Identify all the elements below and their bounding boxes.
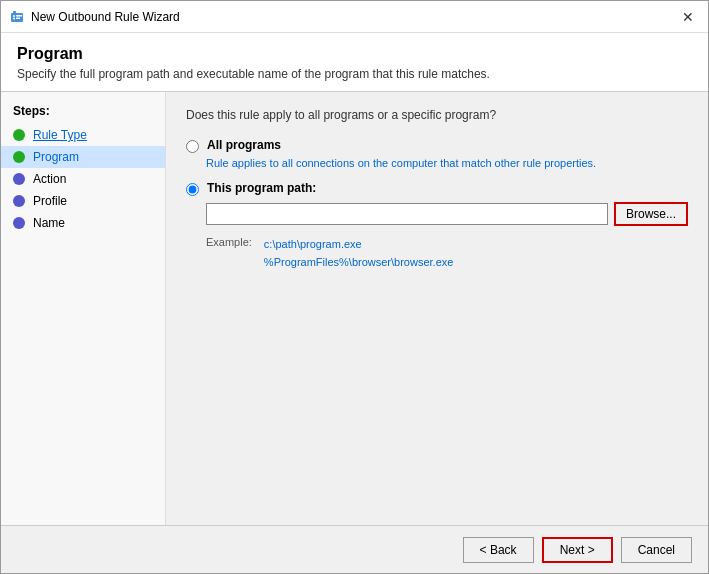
sidebar-item-profile[interactable]: Profile: [1, 190, 165, 212]
right-panel: Does this rule apply to all programs or …: [166, 92, 708, 525]
svg-rect-1: [13, 11, 16, 14]
title-bar: New Outbound Rule Wizard ✕: [1, 1, 708, 33]
program-label: Program: [33, 150, 79, 164]
example-label: Example:: [206, 236, 252, 271]
example-section: Example: c:\path\program.exe%ProgramFile…: [206, 236, 688, 271]
svg-point-4: [13, 15, 15, 17]
footer: < Back Next > Cancel: [1, 525, 708, 573]
this-program-radio[interactable]: [186, 183, 199, 196]
browse-button[interactable]: Browse...: [614, 202, 688, 226]
all-programs-option: All programs: [186, 138, 688, 153]
close-button[interactable]: ✕: [676, 5, 700, 29]
all-programs-strong: All programs: [207, 138, 281, 152]
profile-label: Profile: [33, 194, 67, 208]
svg-point-5: [13, 17, 15, 19]
this-program-strong: This program path:: [207, 181, 316, 195]
page-subtitle: Specify the full program path and execut…: [17, 67, 692, 81]
example-row: Example: c:\path\program.exe%ProgramFile…: [206, 236, 688, 271]
this-program-option: This program path:: [186, 181, 688, 196]
rule-type-label[interactable]: Rule Type: [33, 128, 87, 142]
name-dot: [13, 217, 25, 229]
main-content: Steps: Rule Type Program Action Profile: [1, 92, 708, 525]
name-label: Name: [33, 216, 65, 230]
content-area: Program Specify the full program path an…: [1, 33, 708, 525]
sidebar-item-rule-type[interactable]: Rule Type: [1, 124, 165, 146]
all-programs-radio[interactable]: [186, 140, 199, 153]
sidebar-item-program[interactable]: Program: [1, 146, 165, 168]
rule-type-dot: [13, 129, 25, 141]
sidebar-item-name[interactable]: Name: [1, 212, 165, 234]
title-bar-text: New Outbound Rule Wizard: [31, 10, 676, 24]
next-button[interactable]: Next >: [542, 537, 613, 563]
svg-rect-3: [16, 17, 20, 19]
all-programs-group: All programs Rule applies to all connect…: [186, 138, 688, 169]
program-path-input[interactable]: [206, 203, 608, 225]
example-value: c:\path\program.exe%ProgramFiles%\browse…: [264, 236, 454, 271]
wizard-icon: [9, 9, 25, 25]
svg-rect-2: [16, 15, 22, 17]
action-label: Action: [33, 172, 66, 186]
back-button[interactable]: < Back: [463, 537, 534, 563]
action-dot: [13, 173, 25, 185]
profile-dot: [13, 195, 25, 207]
this-program-group: This program path: Browse... Example: c:…: [186, 181, 688, 271]
steps-label: Steps:: [1, 104, 165, 124]
this-program-label[interactable]: This program path:: [207, 181, 316, 195]
all-programs-sublabel: Rule applies to all connections on the c…: [206, 157, 688, 169]
sidebar: Steps: Rule Type Program Action Profile: [1, 92, 166, 525]
question-text: Does this rule apply to all programs or …: [186, 108, 688, 122]
sidebar-item-action[interactable]: Action: [1, 168, 165, 190]
program-dot: [13, 151, 25, 163]
cancel-button[interactable]: Cancel: [621, 537, 692, 563]
header-section: Program Specify the full program path an…: [1, 33, 708, 92]
page-title: Program: [17, 45, 692, 63]
wizard-window: New Outbound Rule Wizard ✕ Program Speci…: [0, 0, 709, 574]
program-path-row: Browse...: [206, 202, 688, 226]
all-programs-label[interactable]: All programs: [207, 138, 281, 152]
